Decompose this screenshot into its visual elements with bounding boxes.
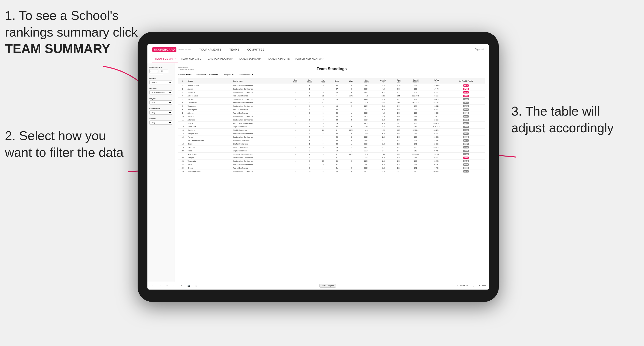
cell-avg-par: -6.0 xyxy=(374,108,392,111)
cell-rnds: 27 xyxy=(330,163,344,166)
cell-no-tour: 9 xyxy=(316,142,330,146)
score-badge: 82.98 xyxy=(463,164,468,166)
forward-button[interactable]: → xyxy=(158,284,162,287)
filter-conference-select[interactable]: (All) xyxy=(150,110,172,115)
back-button[interactable]: ← xyxy=(150,284,155,287)
sign-out-button[interactable]: | Sign out xyxy=(474,48,484,51)
sub-nav-team-summary[interactable]: TEAM SUMMARY xyxy=(152,55,178,63)
cell-reg-rank: - xyxy=(288,160,302,163)
filter-gender-label: Gender xyxy=(150,77,172,79)
table-row: 15 Georgia Tech Atlantic Coast Conferenc… xyxy=(178,132,485,136)
cell-conference: Pac-12 Conference xyxy=(232,111,288,115)
sub-nav-player-summary[interactable]: PLAYER SUMMARY xyxy=(235,55,264,63)
cell-adj-score: 277.0 xyxy=(358,118,374,122)
zoom-in-button[interactable]: + xyxy=(180,284,183,287)
share-button[interactable]: ↗ Share xyxy=(478,285,486,287)
table-title: Team Standings xyxy=(198,67,465,71)
share-toolbar-button[interactable]: 📷 xyxy=(186,284,191,287)
filter-region-select[interactable]: N/A xyxy=(150,100,172,105)
cell-overall: 262 xyxy=(405,108,426,111)
cell-adj-score: 274.2 xyxy=(358,91,374,94)
table-row: 24 Duke Atlantic Coast Conference - 5 9 … xyxy=(178,163,485,166)
cell-conf-rank: 2 xyxy=(302,91,317,94)
tablet-frame: SCOREBOARD Powered by clippi TOURNAMENTS… xyxy=(138,32,499,302)
filter-school-select[interactable]: (All) xyxy=(150,121,172,125)
cell-wins: 4 xyxy=(344,139,358,142)
view-original-button[interactable]: View: Original xyxy=(320,284,336,288)
cell-conference: Atlantic Coast Conference xyxy=(232,122,288,125)
cell-school: Auburn xyxy=(187,87,232,91)
zoom-out-button[interactable]: ⛶ xyxy=(172,284,177,287)
table-header-row: # School Conference RegRank ConfRank NoT… xyxy=(178,78,485,84)
cell-adj-score: 273.5 xyxy=(358,84,374,87)
cell-school: Texas A&M xyxy=(187,160,232,163)
cell-overall: 260 xyxy=(405,146,426,149)
cell-conf-rank: 1 xyxy=(302,87,317,91)
cell-vs50: 87.21 xyxy=(447,87,485,91)
filter-group-division: Division NCAA Division I xyxy=(150,87,172,94)
cell-rank: 25 xyxy=(178,166,187,170)
filter-group-school: School (All) xyxy=(150,118,172,125)
cell-avg-par: -6.2 xyxy=(374,132,392,136)
nav-teams[interactable]: TEAMS xyxy=(228,48,240,51)
sub-nav-player-h2h-heatmap[interactable]: PLAYER H2H HEATMAP xyxy=(293,55,327,63)
cell-conference: Big Ten Conference xyxy=(232,142,288,146)
nav-tournaments[interactable]: TOURNAMENTS xyxy=(198,48,222,51)
logo: SCOREBOARD xyxy=(152,47,176,52)
cell-avg-low: 2.88 xyxy=(392,87,405,91)
cell-adj-score: 276.9 xyxy=(358,115,374,118)
cell-rnds: 23 xyxy=(330,115,344,118)
cell-conference: Southern Conference xyxy=(232,139,288,142)
cell-avg-low: 1.53 xyxy=(392,146,405,149)
cell-school: Arizona State xyxy=(187,94,232,98)
reload-button[interactable]: ↻ xyxy=(165,284,169,287)
cell-conf-rank: 5 xyxy=(302,166,317,170)
cell-no-tour: 8 xyxy=(316,170,330,173)
cell-rnds: 24 xyxy=(330,146,344,149)
export-button[interactable]: ⋮ xyxy=(471,284,476,287)
sub-nav-player-h2h-grid[interactable]: PLAYER H2H GRID xyxy=(264,55,292,63)
clock-button[interactable]: ◌ xyxy=(194,284,198,287)
col-overall: OverallRecord xyxy=(405,78,426,84)
cell-school: Oregon xyxy=(187,166,232,170)
cell-vs25: 30-15-1 xyxy=(426,129,447,132)
score-badge: 82.71 xyxy=(463,129,468,131)
cell-vs25: 92-40-3 xyxy=(426,160,447,163)
cell-no-tour: 24 xyxy=(316,129,330,132)
cell-reg-rank: - xyxy=(288,101,302,105)
cell-overall: 217 xyxy=(405,115,426,118)
sub-nav-team-h2h-heatmap[interactable]: TEAM H2H HEATMAP xyxy=(204,55,235,63)
annotation-1-text: To see a School's rankings summary click xyxy=(5,8,138,39)
rank-slider[interactable] xyxy=(150,74,172,74)
annotation-2-text: Select how you want to filter the data xyxy=(5,129,124,160)
cell-conference: Southeastern Conference xyxy=(232,115,288,118)
table-row: 26 Mississippi State Southeastern Confer… xyxy=(178,170,485,173)
cell-conference: Atlantic Coast Conference xyxy=(232,84,288,87)
cell-school: Oklahoma xyxy=(187,129,232,132)
cell-avg-low: 2.11 xyxy=(392,105,405,108)
cell-school: Duke xyxy=(187,163,232,166)
cell-school: Texas xyxy=(187,149,232,153)
watch-button[interactable]: 👁 Watch ▼ xyxy=(457,285,468,287)
filter-gender-select[interactable]: Men's xyxy=(150,80,172,84)
cell-reg-rank: - xyxy=(288,125,302,129)
table-row: 5 Ole Miss Southeastern Conference - 3 6… xyxy=(178,98,485,101)
cell-school: Arizona xyxy=(187,111,232,115)
filter-rank-max-input[interactable] xyxy=(160,69,168,73)
cell-avg-par: 2.20 xyxy=(374,101,392,105)
score-badge: 88.54 xyxy=(463,157,468,159)
score-badge: 82.84 xyxy=(463,153,468,155)
cell-wins: 1 xyxy=(344,98,358,101)
annotation-1-number: 1. xyxy=(5,8,16,22)
score-badge: 80.71 xyxy=(463,119,468,121)
filter-rank-min-input[interactable] xyxy=(150,69,158,73)
filter-division-select[interactable]: NCAA Division I xyxy=(150,90,172,94)
cell-adj-score: 276.3 xyxy=(358,111,374,115)
cell-rank: 15 xyxy=(178,132,187,136)
nav-committee[interactable]: COMMITTEE xyxy=(246,48,266,51)
cell-rank: 12 xyxy=(178,122,187,125)
cell-conf-rank: 2 xyxy=(302,111,317,115)
cell-avg-par: -5.2 xyxy=(374,84,392,87)
cell-reg-rank: - xyxy=(288,136,302,139)
sub-nav-team-h2h-grid[interactable]: TEAM H2H GRID xyxy=(178,55,204,63)
